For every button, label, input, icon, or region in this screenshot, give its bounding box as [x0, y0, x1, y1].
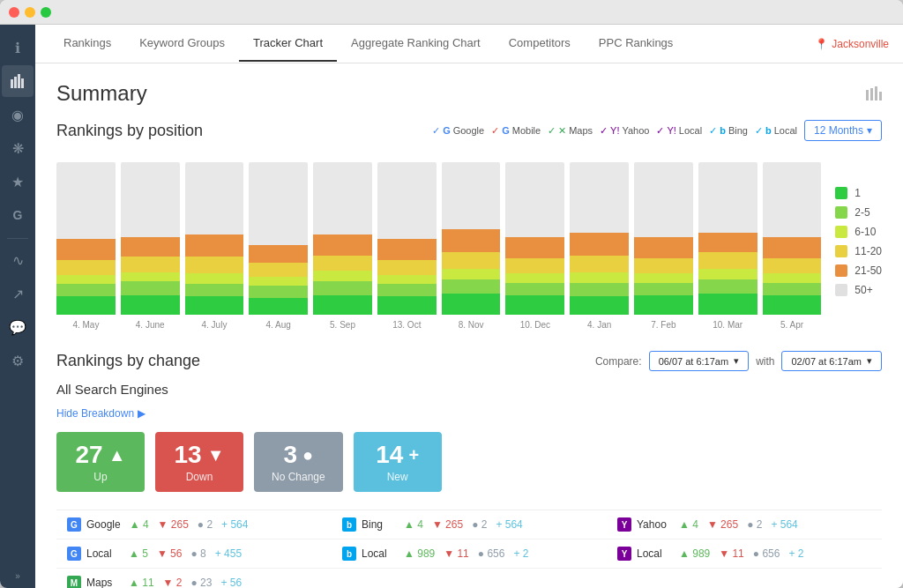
- svg-rect-2: [18, 74, 20, 88]
- stat-label: New: [387, 471, 408, 483]
- sidebar-icon-google[interactable]: G: [2, 199, 34, 231]
- app-body: ℹ ◉ ❋ ★ G ∿ ↗ 💬 ⚙ » Rank: [0, 25, 903, 588]
- engine-badge-mobile: ✓ G Mobile: [491, 125, 541, 137]
- hide-breakdown-btn[interactable]: Hide Breakdown ▶: [56, 407, 882, 420]
- change-header: Rankings by change Compare: 06/07 at 6:1…: [56, 351, 882, 371]
- stat-arrow-icon: ▲: [108, 445, 126, 465]
- bar-label: 8. Nov: [459, 320, 484, 330]
- bar-label: 4. July: [202, 320, 228, 330]
- engine-name: G Local: [67, 547, 120, 561]
- bar-label: 4. Jan: [587, 320, 611, 330]
- stat-new: + 2: [788, 547, 803, 560]
- sidebar-icon-settings[interactable]: ⚙: [2, 345, 34, 376]
- compare-with-label: with: [756, 355, 774, 368]
- stat-new: + 564: [221, 518, 248, 531]
- svg-rect-4: [866, 90, 869, 100]
- sidebar-icon-graph[interactable]: ↗: [2, 278, 34, 309]
- location-badge: 📍 Jacksonville: [815, 38, 889, 50]
- summary-section: Summary: [56, 81, 882, 106]
- breakdown-row: b Bing ▲ 4 ▼ 265 ● 2 + 564: [332, 510, 607, 540]
- stat-new: + 455: [215, 547, 242, 560]
- engine-badge-yahoo: ✓ Y! Yahoo: [600, 125, 649, 137]
- tab-competitors[interactable]: Competitors: [495, 26, 585, 62]
- legend-color: [835, 284, 847, 296]
- bar-group: 4. June: [121, 162, 180, 330]
- stat-card-nochange: 3 ● No Change: [254, 432, 343, 492]
- legend-color: [835, 187, 847, 199]
- maximize-btn[interactable]: [41, 7, 51, 18]
- bar-group: 4. May: [56, 162, 116, 330]
- app-window: ℹ ◉ ❋ ★ G ∿ ↗ 💬 ⚙ » Rank: [0, 0, 903, 588]
- tab-tracker-chart[interactable]: Tracker Chart: [239, 26, 337, 62]
- filter-group: ✓ G Google ✓ G Mobile ✓ ✕ Maps: [432, 120, 882, 141]
- stat-cards: 27 ▲ Up 13 ▼ Down 3 ● No Change 14 + New: [56, 432, 882, 492]
- location-pin-icon: 📍: [815, 38, 828, 50]
- bar-group: 4. Jan: [570, 162, 629, 330]
- sidebar-icon-paw[interactable]: ❋: [2, 132, 34, 164]
- tab-rankings[interactable]: Rankings: [49, 26, 125, 62]
- compare-group: Compare: 06/07 at 6:17am ▾ with 02/07 at…: [595, 351, 882, 371]
- engine-badge-local-b: ✓ b Local: [755, 125, 797, 137]
- breakdown-row: G Google ▲ 4 ▼ 265 ● 2 + 564: [56, 510, 332, 540]
- rankings-position-header: Rankings by position ✓ G Google ✓ G Mobi…: [56, 120, 882, 141]
- svg-rect-5: [870, 88, 873, 100]
- tab-bar: Rankings Keyword Groups Tracker Chart Ag…: [35, 25, 903, 63]
- sidebar-icon-wave[interactable]: ∿: [2, 244, 34, 276]
- svg-rect-7: [879, 92, 882, 100]
- all-search-engines-label: All Search Engines: [56, 382, 882, 397]
- engine-logo: b: [342, 547, 356, 561]
- tab-aggregate[interactable]: Aggregate Ranking Chart: [337, 26, 495, 62]
- engine-logo: Y: [617, 547, 631, 561]
- sidebar-icon-star[interactable]: ★: [2, 166, 34, 197]
- tab-keyword-groups[interactable]: Keyword Groups: [125, 26, 239, 62]
- stat-label: Down: [186, 471, 213, 483]
- sidebar-divider: [7, 238, 28, 239]
- sidebar-icon-chat[interactable]: 💬: [2, 311, 34, 343]
- arrow-right-icon: ▶: [138, 407, 146, 420]
- stat-new: + 564: [496, 518, 522, 531]
- engine-name: Y Local: [617, 547, 670, 561]
- breakdown-row: G Local ▲ 5 ▼ 56 ● 8 + 455: [56, 540, 332, 569]
- sidebar-icon-location[interactable]: ◉: [2, 99, 34, 130]
- stat-label: Up: [93, 471, 107, 483]
- engine-badge-bing: ✓ b Bing: [709, 125, 748, 137]
- stat-nc: ● 8: [190, 547, 205, 560]
- bar-group: 5. Sep: [313, 162, 372, 330]
- close-btn[interactable]: [9, 7, 19, 18]
- legend-color: [835, 226, 847, 238]
- bar-label: 4. June: [136, 320, 165, 330]
- bar-label: 4. May: [72, 320, 99, 330]
- stat-up: ▲ 989: [679, 547, 710, 560]
- stat-nc: ● 656: [753, 547, 780, 560]
- svg-rect-1: [14, 77, 17, 88]
- svg-rect-3: [21, 78, 24, 88]
- stat-new: + 564: [771, 518, 797, 531]
- tab-ppc[interactable]: PPC Rankings: [585, 26, 688, 62]
- stat-down: ▼ 265: [707, 518, 738, 531]
- compare-date1-btn[interactable]: 06/07 at 6:17am ▾: [649, 351, 750, 371]
- stat-number: 3 ●: [284, 441, 314, 469]
- sidebar-expand-btn[interactable]: »: [15, 571, 20, 581]
- engine-name: Y Yahoo: [617, 517, 670, 532]
- legend-item: 2-5: [835, 206, 882, 219]
- compare-date2-btn[interactable]: 02/07 at 6:17am ▾: [781, 351, 882, 371]
- sidebar-icon-info[interactable]: ℹ: [2, 32, 34, 63]
- svg-rect-6: [875, 86, 877, 100]
- engine-logo: M: [67, 576, 81, 588]
- chart-container: 4. May4. June4. July4. Aug5. Sep13. Oct8…: [56, 153, 882, 330]
- bar-label: 4. Aug: [266, 320, 291, 330]
- bar-chart: 4. May4. June4. July4. Aug5. Sep13. Oct8…: [56, 153, 821, 330]
- bar-label: 10. Mar: [713, 320, 743, 330]
- months-filter-btn[interactable]: 12 Months ▾: [804, 120, 882, 141]
- chart-legend: 12-56-1011-2021-5050+: [835, 153, 882, 330]
- engine-name: M Maps: [67, 576, 120, 588]
- bar-group: 4. July: [185, 162, 244, 330]
- stat-nc: ● 2: [472, 518, 487, 531]
- scroll-area[interactable]: Summary Rankings by position: [35, 63, 903, 588]
- stat-down: ▼ 265: [158, 518, 189, 531]
- sidebar: ℹ ◉ ❋ ★ G ∿ ↗ 💬 ⚙ »: [0, 25, 35, 588]
- bar-label: 5. Sep: [330, 320, 355, 330]
- minimize-btn[interactable]: [25, 7, 35, 18]
- sidebar-icon-chart[interactable]: [2, 65, 34, 97]
- chevron-down-icon: ▾: [734, 355, 739, 367]
